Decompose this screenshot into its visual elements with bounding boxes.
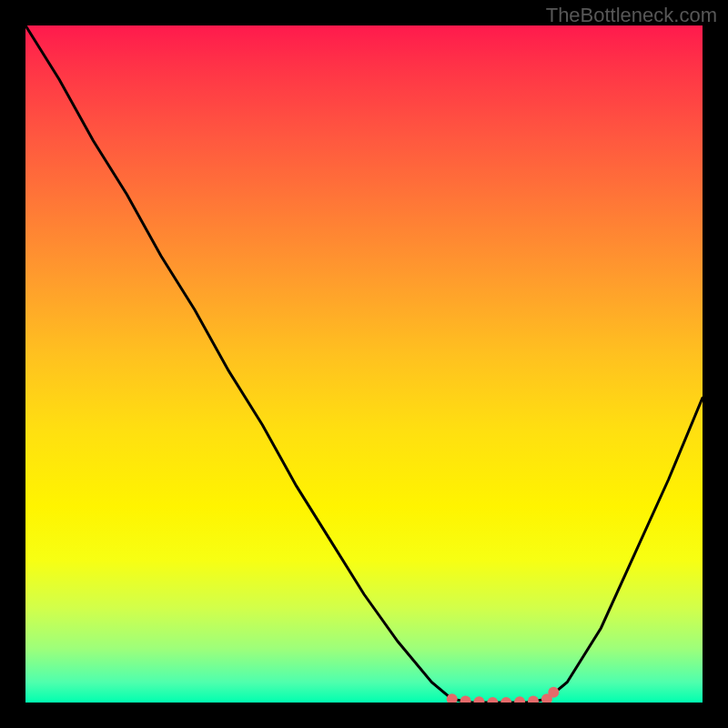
curve-marker (487, 697, 498, 703)
chart-svg (25, 25, 703, 703)
curve-marker (500, 697, 511, 703)
chart-plot-area (25, 25, 703, 703)
curve-markers (447, 687, 560, 703)
curve-marker (460, 696, 471, 703)
curve-marker (514, 696, 525, 703)
curve-marker (474, 696, 485, 703)
watermark-text: TheBottleneck.com (546, 4, 717, 27)
curve-marker (548, 687, 559, 698)
curve-marker (528, 696, 539, 703)
bottleneck-curve-path (25, 25, 703, 703)
